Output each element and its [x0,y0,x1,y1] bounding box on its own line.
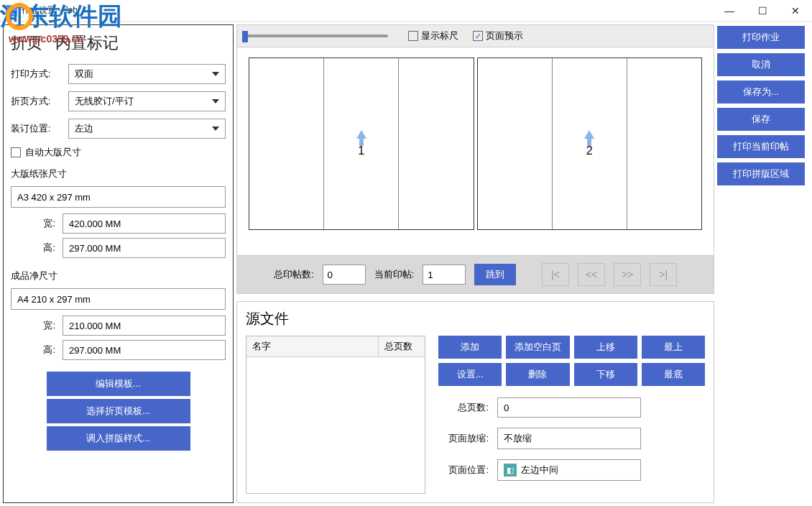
preview-toolbar: 显示标尺 页面预示 [236,24,714,47]
print-job-button[interactable]: 打印作业 [717,26,805,49]
position-icon: ◧ [504,464,517,477]
page-preview-checkbox[interactable] [473,31,483,41]
maximize-button[interactable]: ☐ [746,0,779,22]
total-sheets-label: 总印帖数: [274,268,314,281]
sheet-1[interactable]: 1 [249,58,474,230]
bind-pos-label: 装订位置: [11,122,61,135]
next-button[interactable]: >> [614,263,641,286]
chevron-down-icon [212,72,219,76]
window-title: 作业设置 - Job [22,4,78,17]
large-paper-label: 大版纸张尺寸 [11,167,226,180]
pos-select[interactable]: ◧左边中间 [497,459,641,481]
col-pages[interactable]: 总页数 [379,336,425,356]
sheet-2[interactable]: 2 [477,58,703,230]
height-label: 高: [38,242,55,254]
load-style-button[interactable]: 调入拼版样式... [47,426,190,451]
add-button[interactable]: 添加 [438,336,502,359]
save-as-button[interactable]: 保存为... [717,80,805,104]
width-label: 宽: [38,217,55,230]
scale-select[interactable]: 不放缩 [497,428,641,449]
col-name[interactable]: 名字 [246,336,379,356]
save-button[interactable]: 保存 [717,108,805,131]
move-top-button[interactable]: 最上 [642,336,705,359]
finish-height-input[interactable] [63,340,226,360]
auto-size-label: 自动大版尺寸 [25,146,81,159]
total-pages-input[interactable] [497,397,641,418]
current-sheet-label: 当前印帖: [374,268,415,281]
app-icon [6,5,17,17]
large-paper-select[interactable]: A3 420 x 297 mm [11,186,226,208]
auto-size-checkbox[interactable] [11,147,21,157]
finish-size-label: 成品净尺寸 [11,270,226,282]
move-bottom-button[interactable]: 最底 [642,363,705,386]
print-region-button[interactable]: 打印拼版区域 [717,162,805,185]
prev-button[interactable]: << [578,263,605,286]
print-mode-label: 打印方式: [11,68,61,80]
show-ruler-label: 显示标尺 [421,29,458,42]
current-sheet-input[interactable] [423,264,466,285]
select-fold-template-button[interactable]: 选择折页模板... [47,399,190,423]
zoom-slider[interactable] [244,34,388,37]
titlebar: 作业设置 - Job — ☐ ✕ [0,0,812,22]
first-button[interactable]: |< [542,263,569,286]
right-action-panel: 打印作业 取消 保存为... 保存 打印当前印帖 打印拼版区域 [717,22,812,506]
total-pages-label: 总页数: [438,401,489,414]
fold-mode-select[interactable]: 无线胶订/平订 [68,91,226,111]
bind-pos-select[interactable]: 左边 [68,119,226,139]
slider-thumb[interactable] [242,31,248,42]
cancel-button[interactable]: 取消 [717,53,805,76]
preview-pane: 1 2 [236,47,714,256]
print-mode-select[interactable]: 双面 [68,64,226,84]
left-panel: 折页 内置标记 打印方式: 双面 折页方式: 无线胶订/平订 装订位置: 左边 [3,24,234,503]
last-button[interactable]: >| [650,263,677,286]
add-blank-button[interactable]: 添加空白页 [506,336,569,359]
total-sheets-input[interactable] [323,264,366,285]
move-down-button[interactable]: 下移 [574,363,637,386]
pos-label: 页面位置: [438,464,489,477]
print-current-button[interactable]: 打印当前印帖 [717,135,805,158]
file-table[interactable]: 名字 总页数 [246,336,425,494]
finish-width-input[interactable] [63,316,226,336]
show-ruler-checkbox[interactable] [408,31,418,41]
tab-fold[interactable]: 折页 [11,32,42,54]
large-width-input[interactable] [63,213,226,234]
source-title: 源文件 [246,309,705,328]
source-files-panel: 源文件 名字 总页数 添加 添加空白页 上移 最上 设置... 删除 [236,301,714,503]
move-up-button[interactable]: 上移 [574,336,637,359]
tab-marks[interactable]: 内置标记 [55,32,119,54]
fold-mode-label: 折页方式: [11,95,61,108]
finish-size-select[interactable]: A4 210 x 297 mm [11,288,226,310]
settings-button[interactable]: 设置... [438,363,502,386]
minimize-button[interactable]: — [713,0,746,22]
sheet-nav-bar: 总印帖数: 当前印帖: 跳到 |< << >> >| [236,256,714,294]
chevron-down-icon [212,99,219,104]
arrow-up-icon [356,130,366,139]
arrow-up-icon [584,130,594,139]
close-button[interactable]: ✕ [779,0,812,22]
delete-button[interactable]: 删除 [506,363,569,386]
edit-template-button[interactable]: 编辑模板... [47,372,190,396]
page-preview-label: 页面预示 [486,29,523,42]
goto-button[interactable]: 跳到 [474,264,516,285]
chevron-down-icon [212,126,219,131]
scale-label: 页面放缩: [438,432,489,445]
large-height-input[interactable] [63,238,226,258]
